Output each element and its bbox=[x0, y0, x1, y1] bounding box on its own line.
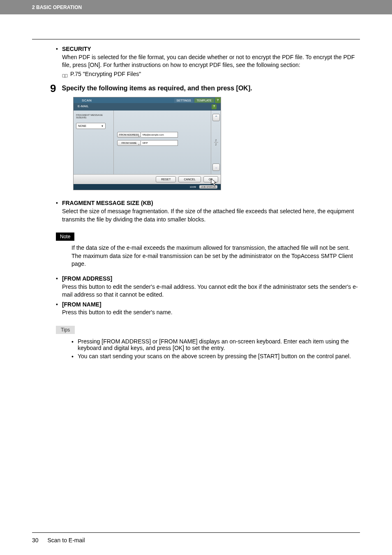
tip-text: You can start sending your scans on the … bbox=[78, 353, 351, 361]
fragment-label: FRAGMENT MESSAGE SIZE(KB) bbox=[76, 114, 111, 119]
item-content: FRAGMENT MESSAGE SIZE (KB) Select the si… bbox=[62, 199, 360, 223]
chapter-title: 2 BASIC OPERATION bbox=[32, 5, 82, 10]
chapter-header: 2 BASIC OPERATION bbox=[0, 0, 392, 14]
settings-tab[interactable]: SETTINGS bbox=[174, 98, 194, 103]
help-icon-small[interactable]: ? bbox=[212, 104, 217, 109]
bullet-item: • FRAGMENT MESSAGE SIZE (KB) Select the … bbox=[56, 199, 360, 223]
from-address-value: Mfp@example.com bbox=[141, 132, 178, 138]
bullet-dot: • bbox=[56, 199, 58, 223]
note-label: Note bbox=[56, 233, 74, 241]
tip-item: • You can start sending your scans on th… bbox=[71, 353, 360, 361]
cancel-button[interactable]: CANCEL bbox=[178, 176, 201, 182]
chevron-down-icon: ▼ bbox=[101, 125, 104, 127]
from-name-row: FROM NAME MFP bbox=[117, 140, 211, 146]
bullet-item: • [FROM ADDRESS] Press this button to ed… bbox=[56, 275, 360, 299]
fragment-text: Select the size of message fragmentation… bbox=[62, 208, 354, 223]
bullet-dot: • bbox=[71, 338, 74, 351]
scroll-down-button[interactable]: ⌄ bbox=[212, 164, 220, 171]
bullet-item: • SECURITY When PDF is selected for the … bbox=[56, 45, 360, 78]
fragment-section: • FRAGMENT MESSAGE SIZE (KB) Select the … bbox=[56, 199, 360, 361]
from-address-title: [FROM ADDRESS] bbox=[62, 275, 112, 282]
page-total: 2 bbox=[215, 143, 217, 146]
header-right: SETTINGS TEMPLATE ? bbox=[174, 97, 221, 103]
scroll-panel: ⌃ 2 2 ⌄ bbox=[211, 111, 221, 174]
item-content: SECURITY When PDF is selected for the fi… bbox=[62, 45, 360, 78]
scroll-up-button[interactable]: ⌃ bbox=[212, 114, 220, 121]
screen-header: SCAN SETTINGS TEMPLATE ? bbox=[74, 97, 221, 103]
bullet-item: • [FROM NAME] Press this button to edit … bbox=[56, 301, 360, 317]
from-address-row: FROM ADDRESS Mfp@example.com bbox=[117, 132, 211, 138]
template-tab[interactable]: TEMPLATE bbox=[194, 98, 214, 103]
tips-block: Tips • Pressing [FROM ADDRESS] or [FROM … bbox=[56, 318, 360, 361]
page-content: • SECURITY When PDF is selected for the … bbox=[0, 39, 392, 361]
step-title: Specify the following items as required,… bbox=[62, 83, 252, 94]
fragment-title: FRAGMENT MESSAGE SIZE (KB) bbox=[62, 200, 153, 206]
cursor-icon bbox=[210, 178, 219, 187]
from-address-button[interactable]: FROM ADDRESS bbox=[117, 132, 141, 138]
crossref: P.75 "Encrypting PDF Files" bbox=[62, 70, 360, 78]
note-block: Note If the data size of the e-mail exce… bbox=[56, 225, 360, 268]
status-time: 13:09 bbox=[190, 186, 196, 188]
screen-footer: RESET CANCEL OK bbox=[74, 174, 221, 184]
crossref-text: P.75 "Encrypting PDF Files" bbox=[70, 70, 141, 78]
device-screenshot: SCAN SETTINGS TEMPLATE ? E-MAIL ? FRAGME… bbox=[73, 97, 221, 190]
screen-mode-title: SCAN bbox=[82, 99, 92, 102]
bullet-dot: • bbox=[56, 301, 58, 317]
security-text: When PDF is selected for the file format… bbox=[62, 54, 355, 69]
dropdown-value: NONE bbox=[78, 124, 86, 127]
page-current: 2 bbox=[215, 139, 217, 142]
from-name-button[interactable]: FROM NAME bbox=[117, 140, 141, 146]
bullet-dot: • bbox=[71, 353, 74, 361]
status-bar: 13:09 JOB STATUS bbox=[74, 184, 221, 190]
security-section: • SECURITY When PDF is selected for the … bbox=[56, 45, 360, 78]
from-name-value: MFP bbox=[141, 140, 178, 146]
fragment-dropdown[interactable]: NONE ▼ bbox=[76, 123, 106, 129]
book-icon bbox=[62, 72, 68, 76]
page-indicator: 2 2 bbox=[214, 139, 218, 146]
from-address-text: Press this button to edit the sender's e… bbox=[62, 283, 358, 298]
screen: SCAN SETTINGS TEMPLATE ? E-MAIL ? FRAGME… bbox=[73, 97, 221, 190]
subheader-title: E-MAIL bbox=[78, 104, 89, 109]
tips-label: Tips bbox=[56, 326, 75, 334]
step-number: 9 bbox=[50, 83, 56, 94]
reset-button[interactable]: RESET bbox=[156, 176, 176, 182]
left-panel: FRAGMENT MESSAGE SIZE(KB) NONE ▼ bbox=[74, 111, 114, 174]
step-9: 9 Specify the following items as require… bbox=[50, 83, 360, 94]
from-name-title: [FROM NAME] bbox=[62, 301, 101, 308]
screen-body: FRAGMENT MESSAGE SIZE(KB) NONE ▼ FROM AD… bbox=[74, 111, 221, 174]
from-name-text: Press this button to edit the sender's n… bbox=[62, 309, 173, 315]
bullet-dot: • bbox=[56, 275, 58, 299]
note-text: If the data size of the e-mail exceeds t… bbox=[71, 244, 360, 268]
item-content: [FROM ADDRESS] Press this button to edit… bbox=[62, 275, 360, 299]
tip-item: • Pressing [FROM ADDRESS] or [FROM NAME]… bbox=[71, 338, 360, 351]
security-title: SECURITY bbox=[62, 46, 91, 52]
screen-subheader: E-MAIL ? bbox=[74, 103, 221, 111]
middle-panel: FROM ADDRESS Mfp@example.com FROM NAME M… bbox=[114, 111, 211, 174]
help-icon[interactable]: ? bbox=[215, 97, 221, 103]
item-content: [FROM NAME] Press this button to edit th… bbox=[62, 301, 173, 317]
top-divider bbox=[32, 39, 360, 39]
bullet-dot: • bbox=[56, 45, 58, 78]
tip-text: Pressing [FROM ADDRESS] or [FROM NAME] d… bbox=[78, 338, 360, 351]
